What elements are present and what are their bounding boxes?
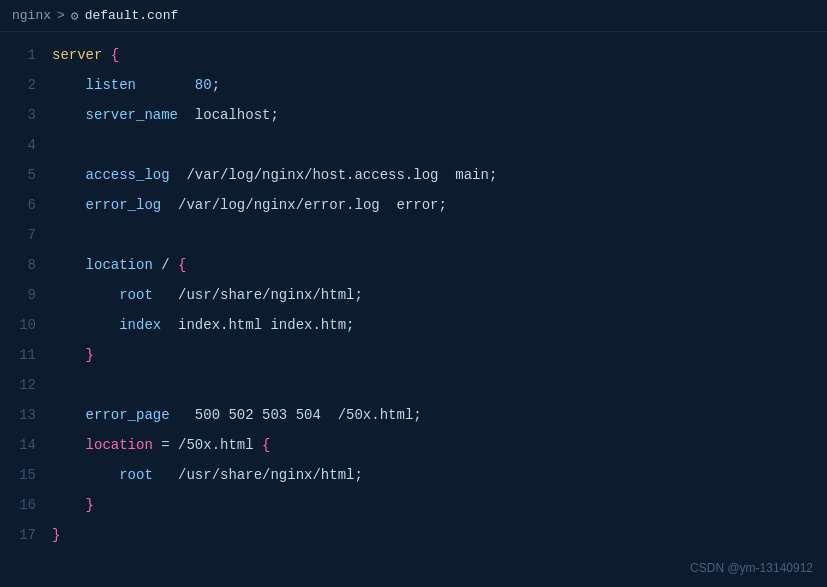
code-line-17: } <box>52 520 827 550</box>
line-num-4: 4 <box>12 130 36 160</box>
line-numbers: 1 2 3 4 5 6 7 8 9 10 11 12 13 14 15 16 1… <box>0 40 52 579</box>
line-num-12: 12 <box>12 370 36 400</box>
code-area: 1 2 3 4 5 6 7 8 9 10 11 12 13 14 15 16 1… <box>0 32 827 587</box>
line-num-15: 15 <box>12 460 36 490</box>
gear-icon: ⚙ <box>71 8 79 24</box>
code-line-6: error_log /var/log/nginx/error.log error… <box>52 190 827 220</box>
code-line-7 <box>52 220 827 250</box>
code-line-1: server { <box>52 40 827 70</box>
code-line-5: access_log /var/log/nginx/host.access.lo… <box>52 160 827 190</box>
code-line-9: root /usr/share/nginx/html; <box>52 280 827 310</box>
code-lines: server { listen 80; server_name localhos… <box>52 40 827 579</box>
code-line-2: listen 80; <box>52 70 827 100</box>
line-num-13: 13 <box>12 400 36 430</box>
line-num-10: 10 <box>12 310 36 340</box>
line-num-16: 16 <box>12 490 36 520</box>
line-num-2: 2 <box>12 70 36 100</box>
line-num-17: 17 <box>12 520 36 550</box>
editor-wrapper: 1 2 3 4 5 6 7 8 9 10 11 12 13 14 15 16 1… <box>0 32 827 587</box>
code-line-16: } <box>52 490 827 520</box>
code-line-8: location / { <box>52 250 827 280</box>
code-line-12 <box>52 370 827 400</box>
breadcrumb-separator: > <box>57 8 65 23</box>
breadcrumb-bar: nginx > ⚙ default.conf <box>0 0 827 32</box>
line-num-1: 1 <box>12 40 36 70</box>
breadcrumb-filename: default.conf <box>85 8 179 23</box>
code-line-10: index index.html index.htm; <box>52 310 827 340</box>
editor-container: nginx > ⚙ default.conf 1 2 3 4 5 6 7 8 9… <box>0 0 827 587</box>
breadcrumb-folder: nginx <box>12 8 51 23</box>
line-num-8: 8 <box>12 250 36 280</box>
line-num-9: 9 <box>12 280 36 310</box>
code-line-11: } <box>52 340 827 370</box>
line-num-5: 5 <box>12 160 36 190</box>
line-num-11: 11 <box>12 340 36 370</box>
code-line-3: server_name localhost; <box>52 100 827 130</box>
line-num-6: 6 <box>12 190 36 220</box>
code-line-15: root /usr/share/nginx/html; <box>52 460 827 490</box>
line-num-14: 14 <box>12 430 36 460</box>
code-line-13: error_page 500 502 503 504 /50x.html; <box>52 400 827 430</box>
watermark: CSDN @ym-13140912 <box>690 561 813 575</box>
code-line-4 <box>52 130 827 160</box>
line-num-3: 3 <box>12 100 36 130</box>
code-line-14: location = /50x.html { <box>52 430 827 460</box>
line-num-7: 7 <box>12 220 36 250</box>
